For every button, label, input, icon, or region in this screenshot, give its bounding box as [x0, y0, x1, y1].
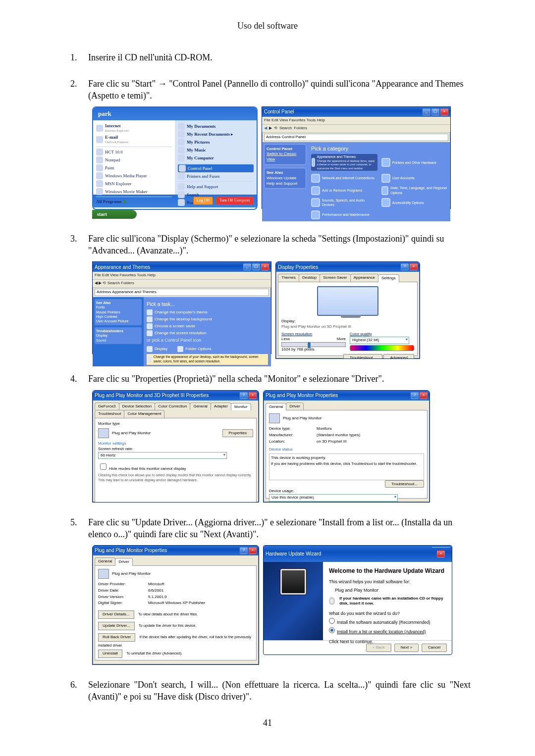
uninstall-button[interactable]: Uninstall: [98, 650, 122, 658]
ok-button[interactable]: OK: [209, 664, 228, 665]
hide-checkbox[interactable]: [100, 463, 107, 470]
cpanel-label: Control Panel: [188, 165, 213, 171]
mycomp-label: My Computer: [187, 155, 214, 161]
b4-txt: To uninstall the driver (Advanced).: [126, 651, 182, 655]
driver-details-button[interactable]: Driver Details...: [98, 610, 134, 619]
troubleshoot-button[interactable]: Troubleshoot...: [343, 354, 382, 359]
appthm-task2: Change the desktop background: [155, 317, 212, 322]
printers-label: Printers and Faxes: [187, 173, 220, 179]
email-sub: Outlook Express: [105, 140, 128, 145]
mypics-label: My Pictures: [187, 139, 210, 145]
tab-general[interactable]: General: [95, 557, 115, 565]
cq-combo[interactable]: Highest (32 bit): [350, 337, 409, 344]
mydocs-icon: [178, 123, 185, 130]
opt1-radio[interactable]: [329, 618, 335, 624]
tab-monitor[interactable]: Monitor: [231, 403, 251, 411]
next-button[interactable]: Next >: [394, 644, 419, 652]
ie-icon: [96, 125, 103, 132]
mycomp-icon: [178, 154, 185, 161]
res-slider[interactable]: [307, 342, 311, 349]
tab-appearance[interactable]: Appearance: [350, 274, 378, 282]
appthm-tooltip: Change the appearance of your desktop, s…: [154, 355, 267, 364]
step-1: 1. Inserire il CD nell'unità CD-ROM.: [64, 51, 471, 63]
notepad-label: Notepad: [105, 157, 120, 163]
tab-trouble[interactable]: Troubleshoot: [95, 410, 124, 418]
tab-themes[interactable]: Themes: [278, 274, 299, 282]
tab-driver[interactable]: Driver: [286, 403, 303, 410]
help-icon: ?: [240, 392, 248, 399]
opt2-radio[interactable]: [329, 627, 335, 633]
rollback-button[interactable]: Roll Back Driver: [98, 633, 135, 642]
cp-side-link: Switch to Classic View: [267, 151, 296, 161]
cancel-button[interactable]: Cancel: [230, 664, 256, 665]
tab-colormgmt[interactable]: Color Management: [124, 410, 164, 418]
wmp-icon: [96, 172, 103, 179]
email-label: E-mail: [105, 135, 118, 140]
access-icon: [381, 198, 390, 207]
step-2: 2. Fare clic su "Start" → "Control Panel…: [64, 78, 471, 219]
tab-settings[interactable]: Settings: [378, 274, 399, 282]
appthm-task1: Change the computer's theme: [155, 310, 208, 315]
wiz-q: What do you want the wizard to do?: [329, 610, 446, 616]
date-l: Driver Date:: [98, 588, 145, 594]
tab-desktop[interactable]: Desktop: [299, 274, 320, 282]
troubleshoot-button[interactable]: Troubleshoot...: [385, 480, 424, 488]
cp-cat4: User Accounts: [392, 176, 415, 180]
step-2-text: Fare clic su "Start" → "Control Panel (P…: [88, 78, 471, 102]
logoff-button[interactable]: Log Off: [193, 197, 213, 205]
appthm-s3: High Contrast: [96, 315, 117, 318]
disp-title: Display Properties: [278, 264, 318, 271]
drv-name: Plug and Play Monitor: [112, 571, 151, 577]
cpanel-icon: [179, 165, 186, 172]
run-icon: [178, 199, 185, 206]
b1-txt: To view details about the driver files.: [138, 612, 198, 616]
step-1-text: Inserire il CD nell'unità CD-ROM.: [88, 51, 471, 63]
theme-task-icon: [147, 309, 153, 315]
turnoff-button[interactable]: Turn Off Computer: [216, 197, 254, 205]
bg-task-icon: [147, 316, 153, 322]
perf-icon: [311, 210, 320, 219]
tab-devsel[interactable]: Device Selection: [119, 403, 156, 410]
paint-icon: [96, 164, 103, 171]
driver-tab-screenshot: Plug and Play Monitor Properties ?× Gene…: [92, 545, 259, 665]
appthm-s1: Fonts: [96, 305, 105, 309]
allprog-label: All Programs: [96, 199, 122, 204]
users-icon: [381, 174, 390, 183]
step-4-num: 4.: [70, 373, 77, 385]
start-button[interactable]: start: [92, 210, 137, 219]
close-icon: ×: [410, 263, 418, 270]
paint-label: Paint: [105, 165, 114, 171]
tab-screensaver[interactable]: Screen Saver: [320, 274, 350, 282]
cp-menubar: File Edit View Favorites Tools Help: [262, 117, 450, 125]
usage-combo[interactable]: Use this device (enable): [269, 494, 398, 502]
tab-colorcorr[interactable]: Color Correction: [155, 403, 190, 410]
recent-icon: [178, 131, 185, 138]
tab-driver[interactable]: Driver: [115, 558, 132, 566]
display-properties-screenshot: Display Properties ?× Themes Desktop Scr…: [275, 261, 420, 359]
advanced-button[interactable]: Advanced: [383, 354, 414, 359]
refresh-combo[interactable]: 60 Hertz: [98, 452, 227, 459]
tab-geforce[interactable]: GeForce3: [95, 403, 119, 410]
net-icon: [311, 174, 320, 183]
msettings-lbl: Monitor settings: [98, 441, 253, 447]
update-driver-button[interactable]: Update Driver...: [98, 622, 135, 630]
tab-general[interactable]: General: [266, 403, 286, 411]
properties-button[interactable]: Properties: [222, 429, 253, 438]
disp-display-txt: Plug and Play Monitor on 3D Prophet III: [281, 324, 414, 330]
cp-cat5: Add or Remove Programs: [322, 188, 362, 193]
cancel-button[interactable]: Cancel: [422, 644, 447, 652]
monitor-icon: [269, 413, 280, 423]
step-5-num: 5.: [70, 516, 77, 528]
page-header: Uso del software: [64, 20, 471, 32]
monitor-properties-screenshot: Plug and Play Monitor and 3D Prophet III…: [92, 390, 259, 503]
wmm-icon: [96, 188, 103, 195]
appthm-task3: Choose a screen saver: [155, 324, 195, 329]
loc-v: on 3D Prophet III: [317, 439, 424, 445]
folder-icon: [177, 346, 183, 352]
dstat-txt2: If you are having problems with this dev…: [271, 461, 422, 466]
tab-general[interactable]: General: [190, 403, 211, 410]
internet-label: Internet: [105, 123, 121, 128]
tab-adapter[interactable]: Adapter: [211, 403, 231, 410]
dstat-txt: This device is working properly.: [271, 455, 422, 461]
hide-sub: Clearing this check box allows you to se…: [98, 473, 253, 482]
